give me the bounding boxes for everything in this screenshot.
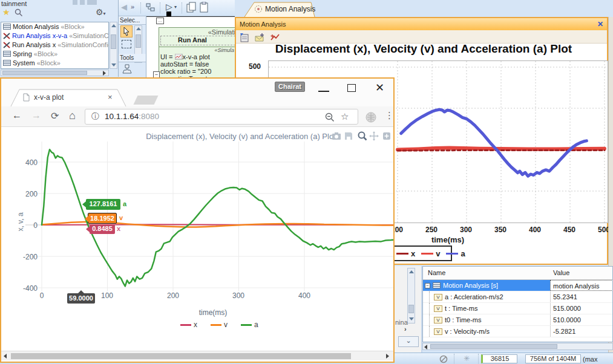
tree-expander-icon[interactable]: − — [425, 283, 430, 288]
tree-hscrollbar[interactable] — [1, 70, 109, 76]
browser-xaxis-label: time(ms) — [183, 308, 243, 317]
hover-label-a: a — [123, 200, 126, 207]
browser-tab-title[interactable]: x-v-a plot — [34, 93, 64, 102]
selection-handle[interactable] — [166, 11, 171, 16]
legend-v[interactable]: v — [211, 320, 228, 329]
select-cursor-tool[interactable] — [120, 25, 133, 37]
palette-select-header[interactable]: Selec... — [119, 16, 146, 25]
marquee-select-tool[interactable] — [122, 40, 131, 48]
table-row-v[interactable]: V v : Velocity-m/s -5.2821 — [423, 326, 612, 337]
page-icon — [23, 93, 30, 102]
run-icon[interactable]: ▷ — [166, 2, 172, 11]
block-icon — [3, 60, 11, 66]
tree-item-run-analysis-xva[interactable]: Run Analysis x-v-a «SimulationC — [1, 31, 108, 41]
run-dropdown-icon[interactable]: ▾ — [174, 4, 177, 10]
copy-icon[interactable] — [186, 2, 197, 13]
diagram-canvas[interactable]: «Simulati Run Anal «Simula UI = x-v-a pl… — [146, 16, 235, 77]
containment-title: tainment — [0, 0, 118, 6]
back-icon[interactable]: ◀ — [121, 2, 127, 11]
hover-axis-tooltip: 59.0000 — [67, 293, 95, 304]
row-value: 515.0000 — [550, 303, 613, 314]
legend-a[interactable]: a — [241, 320, 258, 329]
hover-tooltip-v: 18.1952 — [88, 213, 117, 224]
bg-legend-v[interactable]: v — [421, 249, 440, 258]
window-close-icon[interactable]: ✕ — [375, 81, 384, 94]
bg-xaxis-label: time(ms) — [418, 235, 478, 244]
forward-icon[interactable]: → — [31, 110, 41, 121]
browser-hscrollbar[interactable] — [1, 351, 393, 360]
expand-chevron-icon[interactable]: › — [404, 325, 407, 333]
value-icon: V — [434, 328, 442, 335]
profile-badge[interactable]: Chairat — [275, 82, 305, 92]
series-a — [401, 109, 587, 176]
side-vscrollbar[interactable] — [407, 268, 415, 323]
legend-x[interactable]: x — [180, 320, 197, 329]
tree-item-motion-analysis[interactable]: Motion Analysis «Block» — [1, 22, 108, 31]
palette-tools-header[interactable]: Tools — [119, 54, 146, 62]
tab-motion-analysis[interactable]: Motion Analysis — [265, 5, 315, 13]
hover-tooltip-x: 0.8485 — [90, 224, 115, 234]
containment-tree: Motion Analysis «Block» Run Analysis x-v… — [1, 22, 109, 69]
bg-legend-a[interactable]: a — [446, 249, 465, 258]
col-value[interactable]: Value — [553, 269, 569, 276]
col-name[interactable]: Name — [428, 269, 445, 276]
home-icon[interactable]: ⌂ — [69, 109, 76, 122]
menu-icon[interactable]: ⋮ — [385, 110, 394, 121]
hierarchy-icon[interactable] — [145, 2, 156, 13]
tree-item-run-analysis-x[interactable]: Run Analysis x «SimulationConfig — [1, 41, 108, 50]
motion-window-toolbar — [236, 30, 607, 44]
url-bar[interactable]: ⓘ 10.1.1.64:8080 ☆ — [85, 109, 358, 125]
add-chart-icon[interactable] — [270, 33, 281, 42]
search-icon[interactable] — [15, 8, 23, 17]
row-name: v : Velocity-m/s — [445, 326, 490, 337]
minimize-icon[interactable] — [318, 91, 329, 92]
tree-item-system[interactable]: System «Block» — [1, 59, 108, 68]
memory-usage[interactable]: 756M of 1404M — [525, 354, 581, 363]
maximize-icon[interactable] — [347, 84, 356, 92]
simulation-config-block[interactable]: «Simulati Run Anal «Simula UI = x-v-a pl… — [159, 27, 237, 82]
step-counter: 36815 — [481, 354, 517, 363]
chevron-more-icon[interactable]: » — [131, 3, 134, 10]
favorites-star-icon[interactable]: ★ — [2, 7, 10, 17]
hover-label-v: v — [119, 214, 123, 221]
tree-item-spring[interactable]: Spring «Block» — [1, 50, 108, 59]
value-icon: V — [434, 305, 442, 312]
close-icon[interactable]: ✕ — [597, 18, 603, 30]
xtick: 300 — [229, 291, 247, 300]
motion-window-titlebar[interactable]: Motion Analysis ✕ — [236, 18, 607, 30]
simulation-target-icon — [254, 5, 263, 13]
notifications-icon[interactable] — [439, 355, 448, 363]
paste-icon[interactable] — [200, 2, 209, 13]
memory-max: (max 2151 — [583, 356, 613, 364]
table-row-motion-analysis[interactable]: − Motion Analysis [s] motion Analysis — [423, 280, 612, 291]
simulation-config-icon[interactable] — [240, 33, 250, 42]
gc-icon[interactable]: ✳ — [464, 354, 470, 363]
export-icon[interactable] — [254, 33, 265, 42]
table-row-t[interactable]: V t : Time-ms 515.0000 — [423, 303, 612, 314]
gear-icon[interactable]: ⚙▾ — [96, 7, 106, 17]
bookmark-star-icon[interactable]: ☆ — [341, 109, 349, 124]
stamp-icon[interactable] — [122, 63, 133, 76]
browser-yaxis-label: x, v, a — [16, 186, 25, 258]
smart-manipulator[interactable]: … — [156, 18, 164, 24]
extension-icon[interactable] — [366, 112, 376, 123]
row-value-editing[interactable]: motion Analysis — [550, 280, 613, 291]
panel-window-icons[interactable] — [73, 0, 97, 5]
dropdown-collapsed[interactable]: ⌄ — [398, 336, 419, 347]
bg-legend-x[interactable]: x — [396, 249, 415, 258]
info-icon[interactable]: ⓘ — [91, 109, 99, 124]
back-icon[interactable]: ← — [12, 110, 22, 121]
bg-xtick: 450 — [560, 226, 579, 234]
motion-window-title: Motion Analysis — [240, 21, 286, 28]
zoom-out-icon[interactable] — [325, 112, 335, 122]
table-row-a[interactable]: V a : Accleration-m/s2 55.2341 — [423, 291, 612, 303]
new-tab-button[interactable] — [134, 96, 159, 105]
browser-titlebar[interactable]: x-v-a plot × Chairat ✕ — [1, 79, 393, 106]
tree-vscrollbar[interactable] — [110, 22, 117, 69]
table-hscrollbar[interactable] — [422, 343, 613, 350]
scrollbar-thumb[interactable] — [11, 353, 351, 359]
table-row-t0[interactable]: V t0 : Time-ms 510.0000 — [423, 314, 612, 326]
reload-icon[interactable]: ⟳ — [51, 110, 59, 122]
tab-close-icon[interactable]: × — [108, 93, 113, 102]
xtick: 200 — [164, 291, 182, 300]
